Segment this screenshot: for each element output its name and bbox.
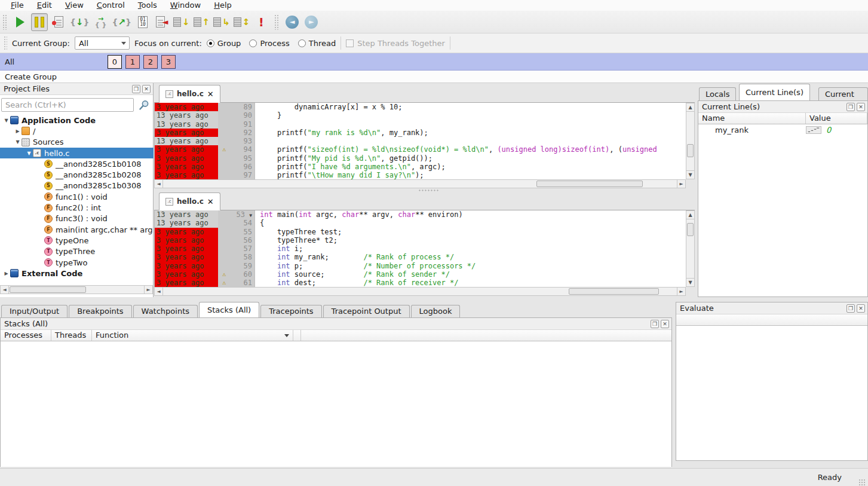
tab-breakpoints[interactable]: Breakpoints (69, 305, 131, 317)
code-line-60[interactable]: 3 years ago⚠60 int source; /* Rank of se… (155, 270, 686, 279)
code-line-56[interactable]: 3 years ago56 typeThree* t2; (155, 236, 686, 244)
radio-thread[interactable]: Thread (298, 39, 336, 48)
scroll-right-icon[interactable]: ► (677, 180, 685, 188)
tab-locals[interactable]: Locals (699, 87, 736, 100)
forward-button[interactable]: ► (303, 13, 320, 31)
code-line-61[interactable]: 3 years ago⚠61 int dest; /* Rank of rece… (155, 279, 686, 287)
scroll-down-icon[interactable]: ▼ (686, 278, 694, 286)
tab-current-line-s-[interactable]: Current Line(s) (739, 84, 810, 100)
tree-item-hello-c[interactable]: ▼.chello.c (0, 148, 154, 158)
float-panel-icon[interactable]: ❐ (846, 304, 855, 313)
editor-vertical-scrollbar[interactable]: ▲ ▼ (686, 103, 695, 179)
menu-tools[interactable]: Tools (132, 0, 163, 11)
tree-item-func1-void[interactable]: Ffunc1() : void (0, 191, 154, 202)
tab-hello-c[interactable]: .c hello.c ✕ (159, 192, 220, 210)
step-over-button[interactable]: →{ } (93, 13, 109, 31)
code-line-96[interactable]: 3 years ago96 printf("I have %d argument… (155, 163, 686, 171)
close-tab-icon[interactable]: ✕ (207, 90, 214, 99)
down-stack-frame-button[interactable]: ↓ (173, 13, 191, 31)
code-line-93[interactable]: 13 years ago93 (155, 137, 686, 145)
tree-item--anond3285c1b0308[interactable]: S__anond3285c1b0308 (0, 181, 154, 191)
column-header-name[interactable]: Name (698, 113, 806, 124)
tree-item-func2-int[interactable]: Ffunc2() : int (0, 202, 154, 213)
code-line-97[interactable]: 3 years ago97 printf("\tHow many did I s… (155, 171, 686, 179)
code-line-55[interactable]: 3 years ago55 typeThree test; (155, 228, 686, 236)
scroll-up-icon[interactable]: ▲ (686, 211, 694, 219)
code-line-94[interactable]: 3 years ago⚠94 printf("sizeof(int) = %ld… (155, 145, 686, 154)
code-line-92[interactable]: 3 years ago92 printf("my rank is %d\n", … (155, 129, 686, 137)
code-line-54[interactable]: 13 years ago54{ (155, 219, 686, 227)
scroll-down-icon[interactable]: ▼ (686, 170, 694, 179)
editor-horizontal-scrollbar[interactable]: ◄ ► (154, 287, 686, 296)
variable-row-my_rank[interactable]: my_rank0 (698, 124, 867, 136)
code-line-57[interactable]: 3 years ago57 int i; (155, 244, 686, 253)
tree-item-external-code[interactable]: ▶External Code (0, 268, 154, 279)
tree-item-sources[interactable]: ▼Sources (0, 137, 154, 148)
column-header-threads[interactable]: Threads (51, 330, 92, 341)
search-input[interactable] (1, 98, 134, 112)
tree-item--[interactable]: ▶/ (0, 126, 154, 136)
close-panel-icon[interactable]: ✕ (661, 320, 669, 328)
editor-vertical-scrollbar[interactable]: ▲ ▼ (686, 210, 695, 287)
tree-item-main-int-argc-char-arg[interactable]: Fmain(int argc,char ** arg (0, 224, 154, 235)
resize-grip[interactable] (858, 479, 866, 486)
menu-help[interactable]: Help (208, 0, 238, 11)
process-box-1[interactable]: 1 (125, 55, 140, 69)
tree-item--anond3285c1b0208[interactable]: S__anond3285c1b0208 (0, 169, 154, 180)
scrollbar-thumb[interactable] (687, 144, 694, 157)
code-line-91[interactable]: 13 years ago91 (155, 120, 686, 129)
align-stacks-button[interactable]: ↕ (233, 13, 251, 31)
chevron-collapsed-icon[interactable]: ▶ (2, 271, 10, 276)
tree-horizontal-scrollbar[interactable]: ◄ ► (0, 285, 153, 294)
step-into-button[interactable]: {↓} (69, 13, 90, 31)
float-panel-icon[interactable]: ❐ (132, 85, 140, 93)
step-out-button[interactable]: {↗} (112, 13, 133, 31)
search-icon[interactable] (138, 99, 150, 111)
scroll-right-icon[interactable]: ► (144, 286, 152, 294)
step-threads-together-checkbox[interactable]: Step Threads Together (346, 39, 445, 48)
process-box-0[interactable]: 0 (108, 55, 122, 69)
scrollbar-thumb[interactable] (10, 286, 86, 293)
editor-horizontal-scrollbar[interactable]: ◄ ► (154, 179, 686, 188)
tab-tracepoint-output[interactable]: Tracepoint Output (323, 305, 410, 317)
code-line-95[interactable]: 3 years ago95 printf("My pid is %d.\n", … (155, 154, 686, 163)
process-box-2[interactable]: 2 (143, 55, 158, 69)
tree-item-typetwo[interactable]: TtypeTwo (0, 257, 154, 268)
tab-input-output[interactable]: Input/Output (1, 305, 68, 317)
add-breakpoint-button[interactable] (50, 13, 67, 31)
current-group-select[interactable]: All (75, 36, 130, 50)
chevron-expanded-icon[interactable]: ▼ (25, 151, 33, 156)
run-to-line-button[interactable]: ◄ (154, 13, 170, 31)
chevron-collapsed-icon[interactable]: ▶ (14, 129, 22, 134)
close-panel-icon[interactable]: ✕ (857, 103, 865, 111)
tree-item-typeone[interactable]: TtypeOne (0, 235, 154, 246)
column-header-value[interactable]: Value (806, 113, 867, 124)
tab-hello-c[interactable]: .c hello.c ✕ (159, 85, 220, 103)
toggle-disassembly-button[interactable]: 0110 (134, 13, 151, 31)
column-header-processes[interactable]: Processes (1, 330, 51, 341)
float-panel-icon[interactable]: ❐ (846, 103, 855, 111)
chevron-expanded-icon[interactable]: ▼ (2, 118, 10, 123)
scrollbar-thumb[interactable] (536, 181, 643, 187)
tab-tracepoints[interactable]: Tracepoints (260, 305, 321, 317)
close-panel-icon[interactable]: ✕ (142, 85, 151, 93)
tab-current-stack[interactable]: Current Stack (818, 87, 868, 100)
scroll-left-icon[interactable]: ◄ (155, 288, 163, 295)
bottom-stack-frame-button[interactable]: ↳ (213, 13, 231, 31)
code-line-59[interactable]: 3 years ago59 int p; /* Number of proces… (155, 262, 686, 270)
tab-logbook[interactable]: Logbook (411, 305, 461, 317)
scroll-right-icon[interactable]: ► (677, 288, 685, 295)
menu-window[interactable]: Window (164, 0, 207, 11)
menu-file[interactable]: File (5, 0, 30, 11)
tree-item--anond3285c1b0108[interactable]: S__anond3285c1b0108 (0, 158, 154, 169)
code-line-53[interactable]: 13 years ago53 ▼int main(int argc, char*… (155, 210, 686, 219)
create-group-button[interactable]: Create Group (0, 71, 868, 83)
menu-view[interactable]: View (59, 0, 90, 11)
scroll-left-icon[interactable]: ◄ (155, 180, 163, 188)
tree-item-func3-void[interactable]: Ffunc3() : void (0, 213, 154, 224)
radio-group[interactable]: Group (207, 39, 241, 48)
chevron-expanded-icon[interactable]: ▼ (14, 139, 22, 145)
scroll-up-icon[interactable]: ▲ (686, 103, 694, 112)
process-box-3[interactable]: 3 (161, 55, 176, 69)
tab-stacks-all-[interactable]: Stacks (All) (199, 302, 259, 317)
